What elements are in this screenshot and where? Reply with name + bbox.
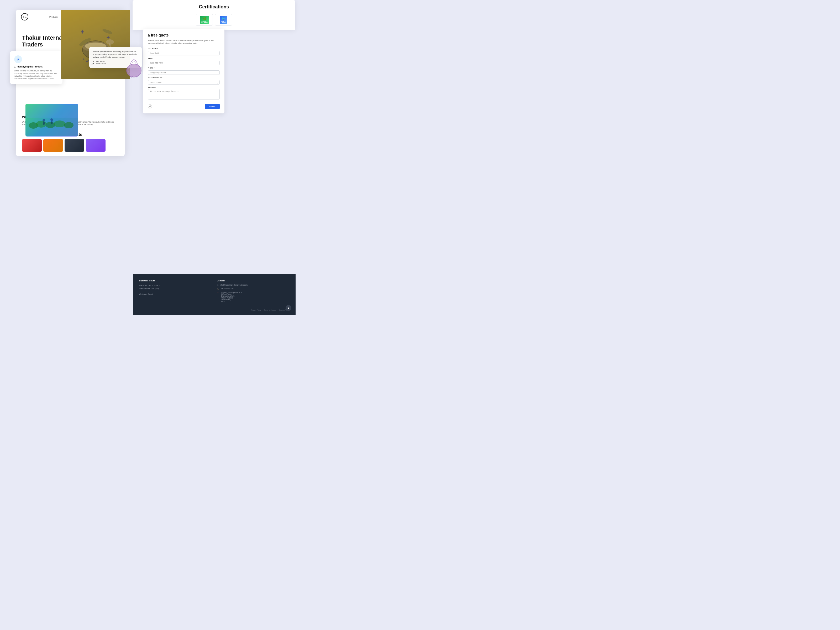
svg-point-25 — [46, 122, 55, 128]
contact-email: info@thakurinternationaltraders.com — [220, 284, 248, 286]
process-description: Before sourcing our products, we identif… — [14, 69, 58, 80]
footer-bottom: Privacy Policy Terms of Service Cookies … — [139, 307, 289, 311]
submit-button[interactable]: Submit — [205, 104, 220, 109]
logo: TE — [21, 13, 28, 21]
product-thumb-1 — [22, 139, 42, 152]
onion-popup: Whether you need onions for culinary pur… — [89, 47, 142, 68]
message-label: MESSAGE — [148, 87, 220, 88]
nav-products[interactable]: Products — [49, 16, 58, 18]
svg-point-28 — [43, 119, 45, 122]
svg-rect-32 — [25, 104, 78, 118]
footer-contact: Contact ✉ info@thakurinternationaltrader… — [217, 279, 289, 304]
svg-point-13 — [83, 58, 85, 60]
email-input[interactable] — [148, 61, 220, 65]
contact-address-row: 📍 Shop #1, Kanalapark D1/D2, 60 Feet Roa… — [217, 291, 289, 302]
svg-point-26 — [54, 120, 65, 127]
product-thumb-2 — [43, 139, 63, 152]
privacy-policy-link[interactable]: Privacy Policy — [251, 309, 261, 311]
full-name-label: FULL NAME * — [148, 48, 220, 49]
recaptcha-icon: ↺ — [148, 104, 152, 108]
cert-logo-apeda: 🌿 APEDA — [196, 14, 213, 26]
business-hours-heading: Business Hours — [139, 279, 212, 282]
form-footer: ↺ Submit — [148, 104, 220, 109]
process-step-title: 1. Identifying the Product — [14, 65, 58, 68]
product-thumb-3 — [65, 139, 84, 152]
svg-point-30 — [51, 118, 53, 121]
contact-phone: +91 77159 42397 — [221, 288, 234, 289]
onion-illustration — [123, 57, 144, 79]
process-icon: ✈ — [14, 55, 22, 63]
cert-logo-fssai: 🐦 FSSAI — [215, 14, 232, 26]
process-card: ✈ 1. Identifying the Product Before sour… — [10, 51, 63, 84]
message-textarea[interactable] — [148, 89, 220, 99]
location-icon: 📍 — [217, 292, 219, 294]
email-icon: ✉ — [217, 284, 218, 286]
phone-input[interactable] — [148, 70, 220, 75]
product-select[interactable]: Select Product — [148, 80, 220, 85]
svg-rect-29 — [43, 122, 45, 125]
product-thumbnails — [22, 139, 118, 152]
reload-icon[interactable]: ↺ — [92, 63, 93, 66]
quote-form: a free quote Whether you're a small busi… — [143, 29, 224, 114]
svg-point-24 — [36, 121, 46, 128]
product-thumb-4 — [86, 139, 106, 152]
svg-rect-31 — [51, 121, 52, 124]
contact-email-row: ✉ info@thakurinternationaltraders.com — [217, 284, 289, 286]
certifications-heading: Certifications — [138, 4, 290, 10]
scroll-to-top-button[interactable]: ▲ — [286, 305, 291, 311]
contact-heading: Contact — [217, 279, 289, 282]
spices-hero-image: ✦ ✦ ✦ ✦ — [61, 10, 130, 79]
phone-icon: 📞 — [217, 288, 219, 290]
footer-grid: Business Hours Mon to Fri: 10 A.M. to 5 … — [139, 279, 289, 304]
quote-description: Whether you're a small business owner or… — [148, 39, 220, 45]
footer-panel: Business Hours Mon to Fri: 10 A.M. to 5 … — [133, 274, 295, 315]
farm-image — [25, 104, 78, 136]
email-label: EMAIL * — [148, 57, 220, 59]
footer-business-hours: Business Hours Mon to Fri: 10 A.M. to 5 … — [139, 279, 212, 304]
business-hours-text: Mon to Fri: 10 A.M. to 5 P.M. India Stan… — [139, 284, 212, 295]
contact-address: Shop #1, Kanalapark D1/D2, 60 Feet Road,… — [221, 291, 243, 302]
certifications-panel: Certifications 🌿 APEDA 🐦 FSSAI — [133, 0, 295, 30]
full-name-input[interactable] — [148, 51, 220, 55]
quote-heading: a free quote — [148, 33, 220, 37]
product-label: SELECT PRODUCT * — [148, 77, 220, 79]
svg-text:✦: ✦ — [85, 59, 89, 64]
contact-phone-row: 📞 +91 77159 42397 — [217, 288, 289, 290]
terms-of-service-link[interactable]: Terms of Service — [264, 309, 276, 311]
svg-point-8 — [102, 28, 113, 35]
svg-text:✦: ✦ — [80, 28, 85, 35]
phone-label: PHONE * — [148, 67, 220, 69]
svg-point-27 — [64, 122, 74, 128]
farm-svg — [25, 104, 78, 136]
cert-logos-container: 🌿 APEDA 🐦 FSSAI — [138, 14, 290, 26]
product-select-wrapper: Select Product ▼ — [148, 79, 220, 87]
